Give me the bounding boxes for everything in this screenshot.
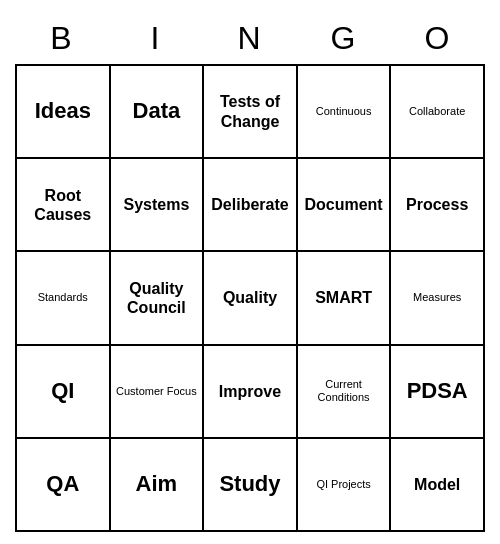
cell-label: Current Conditions bbox=[302, 378, 386, 404]
bingo-cell: Quality Council bbox=[111, 252, 205, 345]
cell-label: SMART bbox=[315, 288, 372, 307]
cell-label: Quality bbox=[223, 288, 277, 307]
cell-label: Data bbox=[133, 98, 181, 124]
cell-label: Study bbox=[219, 471, 280, 497]
cell-label: Quality Council bbox=[115, 279, 199, 317]
bingo-grid: IdeasDataTests of ChangeContinuousCollab… bbox=[15, 64, 485, 532]
bingo-cell: Current Conditions bbox=[298, 346, 392, 439]
header-letter: N bbox=[203, 12, 297, 64]
bingo-cell: Study bbox=[204, 439, 298, 532]
cell-label: Ideas bbox=[35, 98, 91, 124]
bingo-cell: Document bbox=[298, 159, 392, 252]
cell-label: PDSA bbox=[407, 378, 468, 404]
bingo-cell: Ideas bbox=[17, 66, 111, 159]
header-letter: I bbox=[109, 12, 203, 64]
bingo-cell: Tests of Change bbox=[204, 66, 298, 159]
bingo-cell: Systems bbox=[111, 159, 205, 252]
bingo-cell: QA bbox=[17, 439, 111, 532]
bingo-cell: Measures bbox=[391, 252, 485, 345]
cell-label: QI bbox=[51, 378, 74, 404]
bingo-cell: PDSA bbox=[391, 346, 485, 439]
cell-label: Improve bbox=[219, 382, 281, 401]
bingo-cell: Customer Focus bbox=[111, 346, 205, 439]
cell-label: Aim bbox=[136, 471, 178, 497]
cell-label: Continuous bbox=[316, 105, 372, 118]
cell-label: Collaborate bbox=[409, 105, 465, 118]
bingo-cell: Aim bbox=[111, 439, 205, 532]
cell-label: Systems bbox=[123, 195, 189, 214]
header-letter: B bbox=[15, 12, 109, 64]
cell-label: Tests of Change bbox=[208, 92, 292, 130]
bingo-cell: Continuous bbox=[298, 66, 392, 159]
cell-label: QI Projects bbox=[316, 478, 370, 491]
bingo-cell: Collaborate bbox=[391, 66, 485, 159]
cell-label: QA bbox=[46, 471, 79, 497]
cell-label: Document bbox=[304, 195, 382, 214]
bingo-cell: Root Causes bbox=[17, 159, 111, 252]
bingo-cell: Improve bbox=[204, 346, 298, 439]
bingo-header: BINGO bbox=[15, 12, 485, 64]
bingo-cell: QI Projects bbox=[298, 439, 392, 532]
bingo-cell: Quality bbox=[204, 252, 298, 345]
bingo-cell: Deliberate bbox=[204, 159, 298, 252]
bingo-cell: SMART bbox=[298, 252, 392, 345]
cell-label: Deliberate bbox=[211, 195, 288, 214]
header-letter: O bbox=[391, 12, 485, 64]
cell-label: Customer Focus bbox=[116, 385, 197, 398]
bingo-card: BINGO IdeasDataTests of ChangeContinuous… bbox=[15, 12, 485, 532]
header-letter: G bbox=[297, 12, 391, 64]
bingo-cell: Standards bbox=[17, 252, 111, 345]
bingo-cell: Process bbox=[391, 159, 485, 252]
bingo-cell: Data bbox=[111, 66, 205, 159]
cell-label: Standards bbox=[38, 291, 88, 304]
cell-label: Model bbox=[414, 475, 460, 494]
cell-label: Process bbox=[406, 195, 468, 214]
cell-label: Measures bbox=[413, 291, 461, 304]
bingo-cell: Model bbox=[391, 439, 485, 532]
cell-label: Root Causes bbox=[21, 186, 105, 224]
bingo-cell: QI bbox=[17, 346, 111, 439]
